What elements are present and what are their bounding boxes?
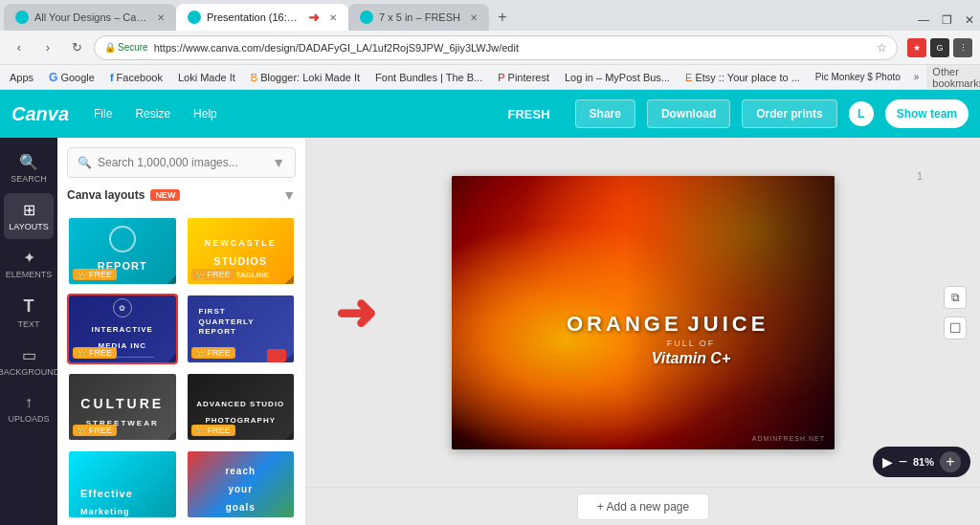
tab-1[interactable]: All Your Designs – Canva ✕ [4, 4, 176, 31]
bookmark-fontbundles[interactable]: Font Bundles | The B... [371, 70, 486, 85]
template-first-quarterly[interactable]: FIRST QUARTERLYREPORT 👑 FREE [186, 294, 297, 363]
order-prints-button[interactable]: Order prints [742, 99, 836, 128]
bookmark-etsy-label: Etsy :: Your place to ... [695, 72, 799, 83]
url-bar[interactable]: 🔒 Secure https://www.canva.com/design/DA… [94, 35, 898, 60]
template-reach[interactable]: reach your goals [186, 449, 297, 519]
bookmark-star[interactable]: ☆ [877, 41, 887, 55]
uploads-icon: ↑ [25, 394, 33, 411]
bookmark-pinterest[interactable]: P Pinterest [494, 70, 553, 85]
canva-topbar: Canva File Resize Help FRESH Share Downl… [0, 90, 980, 138]
template-report[interactable]: REPORT 👑 FREE [67, 216, 178, 286]
url-text: https://www.canva.com/design/DADAFyGI_LA… [154, 42, 871, 54]
template-newcastle[interactable]: NEWCASTLE STUDIOS YOUR TAGLINE 👑 FREE [186, 216, 297, 286]
free-badge-interactive: 👑 FREE [73, 347, 117, 359]
template-grid: REPORT 👑 FREE NEWCASTLE STUDIOS YOUR TAG… [57, 210, 305, 525]
tab-3-label: 7 x 5 in – FRESH [379, 11, 460, 23]
window-controls: — ❐ ✕ [917, 13, 976, 31]
back-button[interactable]: ‹ [8, 36, 31, 59]
download-button[interactable]: Download [647, 99, 730, 128]
bookmark-fontbundles-label: Font Bundles | The B... [375, 72, 482, 83]
crown-icon-5: 👑 [78, 426, 87, 434]
bookmark-picmonkey[interactable]: Pic Monkey $ Photo [812, 70, 904, 84]
search-input[interactable] [98, 156, 266, 169]
search-box[interactable]: 🔍 ▼ [67, 147, 296, 178]
present-icon[interactable]: ▶ [882, 454, 893, 470]
sidebar-item-background[interactable]: ▭ BACKGROUND [4, 339, 54, 384]
minimize-button[interactable]: — [917, 13, 930, 27]
sidebar-item-layouts[interactable]: ⊞ LAYOUTS [4, 193, 54, 239]
sidebar-search-label: SEARCH [11, 174, 47, 184]
template-effective[interactable]: Effective Marketing [67, 449, 178, 519]
user-avatar[interactable]: L [849, 101, 874, 126]
free-badge-report: 👑 FREE [73, 269, 117, 280]
panels-sidebar: 🔍 ▼ Canva layouts NEW ▼ REPORT [57, 138, 306, 525]
page-number: 1 [917, 170, 923, 182]
sidebar-elements-label: ELEMENTS [6, 270, 53, 279]
design-canvas[interactable]: ORANGE JUICE FULL OF Vitamin C+ ADMINFRE… [452, 176, 835, 449]
sidebar-background-label: BACKGROUND [0, 367, 59, 377]
maximize-button[interactable]: ❐ [940, 13, 953, 27]
address-bar: ‹ › ↻ 🔒 Secure https://www.canva.com/des… [0, 31, 980, 65]
bookmark-blogger-label: Blogger: Loki Made It [260, 72, 360, 83]
tab-3-close[interactable]: ✕ [470, 12, 478, 23]
template-interactive[interactable]: ✿ INTERACTIVE MEDIA INC YOUR TAGLINE 👑 F… [67, 294, 178, 363]
show-team-button[interactable]: Show team [885, 99, 969, 128]
canva-menu-resize[interactable]: Resize [129, 103, 176, 124]
tab-1-close[interactable]: ✕ [157, 12, 165, 23]
free-badge-advanced: 👑 FREE [191, 425, 235, 436]
ext-icon-2[interactable]: G [930, 38, 949, 57]
sidebar-item-search[interactable]: 🔍 SEARCH [4, 145, 54, 191]
tab-1-label: All Your Designs – Canva [34, 11, 147, 23]
sidebar-icons: 🔍 SEARCH ⊞ LAYOUTS ✦ ELEMENTS T TEXT ▭ [0, 138, 57, 525]
right-tools: ⧉ ☐ [944, 286, 967, 339]
canva-menu-file[interactable]: File [88, 103, 118, 124]
ext-icon-1[interactable]: ★ [907, 38, 926, 57]
sidebar-item-text[interactable]: T TEXT [4, 289, 54, 337]
bookmark-apps[interactable]: Apps [6, 70, 37, 85]
delete-page-button[interactable]: ☐ [944, 317, 967, 339]
add-page-button[interactable]: + Add a new page [577, 493, 709, 520]
template-culture[interactable]: CULTURE STREETWEAR 👑 FREE [67, 372, 178, 442]
new-tab-button[interactable]: + [489, 4, 516, 31]
template-advanced[interactable]: ADVANCED STUDIO PHOTOGRAPHY 👑 FREE [186, 372, 297, 442]
google-icon: G [49, 71, 57, 84]
canvas-subtitle1: FULL OF [567, 339, 815, 348]
ext-icon-3[interactable]: ⋮ [953, 38, 972, 57]
bookmark-mypost[interactable]: Log in – MyPost Bus... [561, 70, 674, 85]
forward-button[interactable]: › [36, 36, 59, 59]
canva-menu-help[interactable]: Help [188, 103, 223, 124]
sidebar-item-uploads[interactable]: ↑ UPLOADS [4, 386, 54, 431]
free-badge-culture: 👑 FREE [73, 425, 117, 436]
sidebar-item-elements[interactable]: ✦ ELEMENTS [4, 241, 54, 287]
search-dropdown-icon[interactable]: ▼ [272, 155, 285, 170]
filter-dropdown-icon[interactable]: ▼ [282, 187, 296, 203]
bookmarks-more[interactable]: » [914, 72, 920, 82]
copy-page-button[interactable]: ⧉ [944, 286, 967, 309]
bookmark-etsy[interactable]: E Etsy :: Your place to ... [681, 70, 804, 85]
tab-2-close[interactable]: ✕ [329, 12, 337, 23]
bookmark-loki[interactable]: Loki Made It [174, 70, 239, 85]
refresh-button[interactable]: ↻ [65, 36, 88, 59]
bookmark-blogger[interactable]: B Blogger: Loki Made It [247, 70, 364, 85]
crown-icon: 👑 [78, 271, 87, 279]
tab-arrow-indicator: ➜ [308, 10, 320, 25]
canvas-title-main: ORANGE [567, 312, 682, 337]
tab-bar: All Your Designs – Canva ✕ Presentation … [0, 0, 980, 31]
zoom-minus-button[interactable]: − [899, 453, 907, 470]
crown-icon-2: 👑 [196, 271, 206, 279]
tab-3[interactable]: 7 x 5 in – FRESH ✕ [348, 4, 489, 31]
canvas-wrapper: ➜ 1 ⧉ ☐ [306, 138, 980, 487]
bookmark-google[interactable]: G Google [45, 69, 99, 86]
close-button[interactable]: ✕ [963, 13, 976, 27]
bookmark-mypost-label: Log in – MyPost Bus... [565, 72, 670, 83]
canvas-title-secondary: JUICE [688, 312, 769, 337]
other-bookmarks[interactable]: Other bookmarks [926, 65, 980, 90]
add-page-bar: + Add a new page [306, 487, 980, 525]
share-button[interactable]: Share [575, 99, 635, 128]
bookmark-facebook[interactable]: f Facebook [106, 70, 167, 85]
fresh-button[interactable]: FRESH [495, 99, 564, 128]
sidebar-uploads-label: UPLOADS [8, 414, 49, 424]
tab-2[interactable]: Presentation (16:9) – ... ➜ ✕ [176, 4, 348, 31]
browser-frame: All Your Designs – Canva ✕ Presentation … [0, 0, 980, 525]
zoom-plus-button[interactable]: + [940, 451, 961, 472]
